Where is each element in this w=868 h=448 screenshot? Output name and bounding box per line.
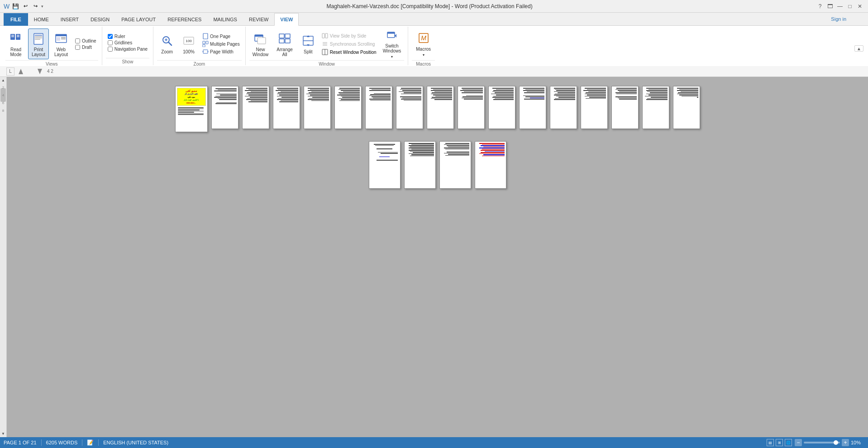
- page-thumb-9[interactable]: [427, 86, 454, 129]
- maximize-button[interactable]: □: [845, 2, 854, 11]
- zoom-slider[interactable]: [804, 442, 840, 443]
- zoom-in-button[interactable]: +: [842, 439, 849, 446]
- gridlines-checkbox[interactable]: [108, 40, 113, 45]
- zoom-slider-thumb[interactable]: [834, 440, 838, 445]
- ruler-label: Ruler: [114, 34, 125, 39]
- titlebar: W 💾 ↩ ↪ ▾ Maghaleh-Kamel-Varzesh.doc [Co…: [0, 0, 868, 13]
- tab-insert[interactable]: INSERT: [55, 13, 85, 26]
- multiple-pages-item[interactable]: Multiple Pages: [200, 40, 242, 48]
- page-thumb-19[interactable]: [404, 141, 436, 189]
- zoom-out-button[interactable]: −: [795, 439, 802, 446]
- ribbon-collapse-button[interactable]: ▲: [854, 45, 863, 52]
- page-thumb-18[interactable]: [369, 141, 401, 189]
- view-side-by-side-label: View Side by Side: [330, 33, 366, 38]
- left-scrollbar[interactable]: ▲ 2 4 6 8 ▼: [0, 77, 7, 437]
- ruler-checkbox-item[interactable]: Ruler: [106, 33, 149, 39]
- page-thumb-1[interactable]: تحقیق آنلاینتکلیف/گزارش کارمنبع: دانلودب…: [175, 86, 208, 132]
- show-items: Ruler Gridlines Navigation Pane: [106, 28, 149, 58]
- page-thumb-4[interactable]: [273, 86, 300, 129]
- quick-save-icon[interactable]: 💾: [11, 2, 19, 10]
- tab-file[interactable]: FILE: [4, 13, 28, 26]
- zoom-percent[interactable]: 10%: [851, 440, 864, 445]
- draft-checkbox[interactable]: [75, 45, 80, 50]
- arrange-all-button[interactable]: ArrangeAll: [273, 29, 296, 59]
- show-col: Ruler Gridlines Navigation Pane: [106, 33, 149, 52]
- ribbon-display-button[interactable]: 🗖: [825, 2, 835, 11]
- tab-indicator[interactable]: L: [6, 67, 14, 76]
- views-group-label: Views: [5, 60, 98, 67]
- print-layout-button[interactable]: PrintLayout: [28, 29, 49, 59]
- new-window-button[interactable]: NewWindow: [249, 29, 272, 59]
- signin-link[interactable]: Sign in: [831, 16, 864, 22]
- quick-redo-icon[interactable]: ↪: [31, 2, 39, 10]
- minimize-button[interactable]: —: [835, 2, 844, 11]
- page-thumb-10[interactable]: [458, 86, 485, 129]
- tab-mailings[interactable]: MAILINGS: [207, 13, 243, 26]
- zoom100-button[interactable]: 100 100%: [179, 29, 199, 59]
- web-layout-button[interactable]: WebLayout: [51, 29, 72, 59]
- track-changes-icon[interactable]: 📝: [87, 439, 94, 446]
- navpane-checkbox-item[interactable]: Navigation Pane: [106, 46, 149, 52]
- page-thumb-8[interactable]: [396, 86, 423, 129]
- page-thumb-3[interactable]: [242, 86, 269, 129]
- page-thumb-5[interactable]: [304, 86, 331, 129]
- tab-design[interactable]: DESIGN: [85, 13, 115, 26]
- language-indicator[interactable]: ENGLISH (UNITED STATES): [103, 440, 168, 445]
- reset-window-position-item[interactable]: Reset Window Position: [320, 48, 378, 56]
- gridlines-checkbox-item[interactable]: Gridlines: [106, 40, 149, 46]
- page-thumb-7[interactable]: [365, 86, 392, 129]
- one-page-label: One Page: [210, 34, 230, 39]
- page-thumb-12[interactable]: [519, 86, 546, 129]
- page-thumb-2[interactable]: [211, 86, 238, 129]
- tab-pagelayout[interactable]: PAGE LAYOUT: [115, 13, 162, 26]
- svg-rect-25: [203, 41, 205, 44]
- scroll-down-arrow[interactable]: ▼: [0, 430, 7, 437]
- web-view-icon[interactable]: 🌐: [785, 439, 792, 446]
- quick-undo-icon[interactable]: ↩: [21, 2, 29, 10]
- multiple-pages-icon: [202, 41, 209, 47]
- pages-row-1: تحقیق آنلاینتکلیف/گزارش کارمنبع: دانلودب…: [175, 86, 700, 132]
- page-thumb-11[interactable]: [488, 86, 515, 129]
- split-button[interactable]: Split: [298, 29, 319, 59]
- new-window-icon: [253, 31, 267, 46]
- page-thumb-13[interactable]: [550, 86, 577, 129]
- outline-checkbox[interactable]: [75, 38, 80, 43]
- ribbon-tabs: FILE HOME INSERT DESIGN PAGE LAYOUT REFE…: [0, 13, 868, 25]
- outline-checkbox-item[interactable]: Outline: [73, 38, 98, 44]
- word-count[interactable]: 6205 WORDS: [46, 440, 78, 445]
- page-indicator[interactable]: PAGE 1 OF 21: [4, 440, 37, 445]
- read-mode-button[interactable]: ReadMode: [5, 29, 26, 59]
- scroll-track[interactable]: 2 4 6 8: [0, 84, 6, 430]
- one-page-item[interactable]: One Page: [200, 33, 242, 40]
- ruler-checkbox[interactable]: [108, 34, 113, 39]
- gridlines-label: Gridlines: [114, 40, 132, 45]
- page-thumb-15[interactable]: [611, 86, 639, 129]
- tab-review[interactable]: REVIEW: [243, 13, 274, 26]
- svg-rect-42: [322, 33, 324, 38]
- draft-checkbox-item[interactable]: Draft: [73, 44, 98, 50]
- help-button[interactable]: ?: [816, 2, 825, 11]
- page-width-item[interactable]: Page Width: [200, 48, 242, 55]
- window-right-col: View Side by Side Synchronous Scrolling …: [320, 32, 378, 56]
- tab-home[interactable]: HOME: [28, 13, 55, 26]
- tab-references[interactable]: REFERENCES: [162, 13, 207, 26]
- macros-button[interactable]: M Macros ▾: [412, 29, 435, 59]
- page-thumb-20[interactable]: [439, 141, 471, 189]
- page-thumb-14[interactable]: [581, 86, 608, 129]
- page-thumb-17[interactable]: [673, 86, 700, 129]
- full-reading-icon[interactable]: ⊞: [776, 439, 783, 446]
- page-thumb-16[interactable]: [642, 86, 669, 129]
- scroll-up-arrow[interactable]: ▲: [0, 77, 7, 84]
- page-thumb-21[interactable]: [475, 141, 506, 189]
- svg-rect-27: [203, 44, 205, 47]
- page-thumb-6[interactable]: [334, 86, 362, 129]
- svg-rect-53: [387, 32, 395, 34]
- tab-view[interactable]: VIEW: [274, 13, 299, 26]
- zoom-button[interactable]: Zoom: [157, 29, 177, 59]
- print-view-icon[interactable]: ▤: [767, 439, 774, 446]
- views-col: Outline Draft: [73, 38, 98, 50]
- close-button[interactable]: ✕: [855, 2, 864, 11]
- switch-windows-button[interactable]: SwitchWindows ▾: [380, 29, 405, 59]
- navpane-checkbox[interactable]: [108, 47, 113, 52]
- svg-rect-36: [279, 39, 284, 43]
